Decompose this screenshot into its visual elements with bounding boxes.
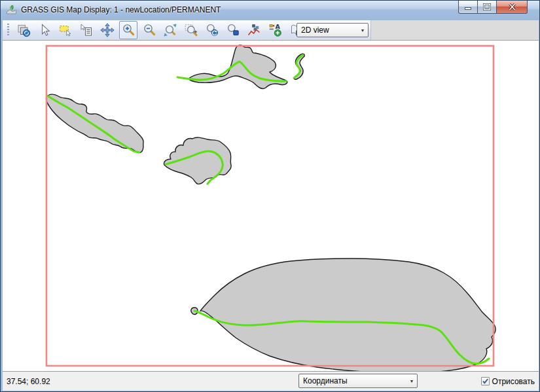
minimize-icon — [464, 3, 472, 10]
add-overlay-icon: A — [268, 23, 282, 37]
zoom-out-icon — [142, 23, 156, 37]
select-region-icon — [58, 23, 73, 37]
statusbar-mode-value: Координаты — [299, 376, 406, 385]
island-south — [191, 258, 495, 371]
maximize-icon — [483, 3, 491, 10]
maximize-button[interactable] — [478, 1, 496, 14]
analyze-map-icon — [247, 23, 261, 37]
zoom-in-button[interactable] — [119, 21, 137, 39]
minimize-button[interactable] — [458, 1, 478, 14]
zoom-options-icon — [226, 23, 240, 37]
query-button[interactable] — [77, 21, 96, 39]
coordinates-readout: 37.54; 60.92 — [3, 377, 50, 386]
svg-text:A: A — [276, 23, 281, 30]
map-svg — [3, 41, 539, 371]
toolbar-tools-area: A 2D view ▼ — [3, 20, 371, 40]
pan-button[interactable] — [98, 21, 117, 39]
zoom-region-icon — [184, 23, 198, 37]
statusbar: 37.54; 60.92 Координаты ▼ Отрисовать — [3, 372, 539, 391]
zoom-options-button[interactable] — [224, 21, 242, 39]
statusbar-mode-select[interactable]: Координаты ▼ — [298, 374, 418, 388]
app-icon — [6, 5, 17, 16]
map-display-window: GRASS GIS Map Display: 1 - newLocation/P… — [0, 0, 540, 392]
view-mode-value: 2D view — [297, 26, 357, 35]
zoom-region-button[interactable] — [182, 21, 200, 39]
render-checkbox[interactable] — [481, 377, 490, 385]
pointer-button[interactable] — [35, 21, 54, 39]
zoom-in-icon — [121, 23, 135, 37]
add-overlay-button[interactable]: A — [266, 21, 284, 39]
display-map-button[interactable] — [14, 21, 33, 39]
pointer-icon — [37, 23, 52, 37]
chevron-down-icon: ▼ — [357, 28, 368, 33]
query-icon — [79, 23, 94, 37]
select-region-button[interactable] — [56, 21, 75, 39]
toolbar-filler — [371, 20, 539, 40]
pan-icon — [100, 23, 115, 37]
zoom-extent-icon — [163, 23, 177, 37]
analyze-map-button[interactable] — [245, 21, 263, 39]
zoom-back-icon — [205, 23, 219, 37]
view-mode-select[interactable]: 2D view ▼ — [297, 23, 369, 37]
titlebar[interactable]: GRASS GIS Map Display: 1 - newLocation/P… — [1, 1, 539, 19]
zoom-out-button[interactable] — [140, 21, 158, 39]
window-title: GRASS GIS Map Display: 1 - newLocation/P… — [21, 5, 221, 14]
close-button[interactable] — [496, 1, 528, 14]
zoom-back-button[interactable] — [203, 21, 221, 39]
zoom-extent-button[interactable] — [161, 21, 179, 39]
display-map-icon — [16, 23, 31, 37]
map-toolbar: A 2D view ▼ — [3, 20, 539, 40]
render-checkbox-label[interactable]: Отрисовать — [492, 377, 535, 386]
render-toggle-group: Отрисовать — [481, 372, 535, 391]
close-icon — [508, 3, 516, 10]
toolbar-grip[interactable] — [7, 24, 9, 37]
map-canvas[interactable] — [3, 40, 539, 372]
checkmark-icon — [482, 378, 489, 385]
chevron-down-icon: ▼ — [406, 379, 417, 383]
island-north — [189, 45, 287, 89]
